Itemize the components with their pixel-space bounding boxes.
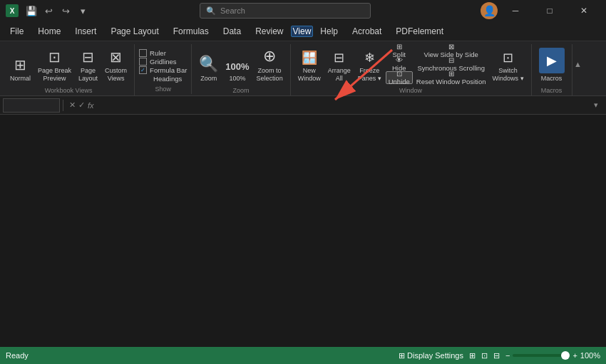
- headings-row: Headings: [153, 75, 187, 83]
- title-bar-left: X 💾 ↩ ↪ ▾: [6, 4, 90, 18]
- ribbon-btn-new-window[interactable]: 🪟 NewWindow: [295, 44, 324, 84]
- title-bar: X 💾 ↩ ↪ ▾ 🔍 Search 👤 ─ □ ✕: [0, 0, 606, 21]
- ribbon-group-show: Ruler Gridlines ✓ Formula Bar Headings S…: [135, 44, 192, 94]
- window-label: Window: [399, 87, 422, 94]
- undo-tool[interactable]: ↩: [41, 4, 56, 18]
- ribbon-btn-arrange-all[interactable]: ⊟ ArrangeAll: [325, 44, 354, 84]
- status-bar: Ready ⊞ Display Settings ⊞ ⊡ ⊟ − + 100%: [0, 347, 606, 364]
- close-button[interactable]: ✕: [568, 0, 600, 21]
- display-settings-icon: ⊞: [399, 351, 405, 360]
- redo-tool[interactable]: ↪: [58, 4, 73, 18]
- name-box[interactable]: [3, 98, 60, 113]
- ribbon-btn-switch-windows[interactable]: ⊡ SwitchWindows ▾: [490, 44, 527, 84]
- macros-label: Macros: [541, 87, 563, 94]
- macros-icon: ▶: [539, 48, 565, 73]
- ribbon-btn-zoom-100[interactable]: 100% 100%: [222, 44, 252, 84]
- ribbon-btn-macros[interactable]: ▶ Macros: [536, 44, 568, 84]
- ruler-label: Ruler: [150, 49, 166, 57]
- ribbon-btn-custom-views[interactable]: ⊠ CustomViews: [102, 44, 130, 84]
- maximize-button[interactable]: □: [533, 0, 566, 21]
- reset-window-icon: ⊞: [448, 70, 454, 78]
- view-normal-icon[interactable]: ⊞: [469, 351, 476, 360]
- headings-label: Headings: [153, 75, 182, 83]
- formulabar-row: ✓ Formula Bar: [139, 66, 187, 74]
- unhide-window-icon: ⊡: [396, 70, 402, 78]
- menu-help[interactable]: Help: [313, 24, 345, 39]
- new-window-icon: 🪟: [302, 50, 317, 66]
- hide-icon: 👁: [396, 56, 403, 64]
- unhide-label: Unhide: [389, 78, 410, 85]
- menu-insert[interactable]: Insert: [68, 24, 103, 39]
- zoom-percent: 100%: [580, 351, 600, 360]
- menu-data[interactable]: Data: [216, 24, 248, 39]
- zoom-100-icon: 100%: [225, 61, 249, 72]
- ribbon-group-window: 🪟 NewWindow ⊟ ArrangeAll ❄ FreezePanes ▾…: [291, 44, 532, 95]
- view-page-layout-icon[interactable]: ⊟: [493, 351, 500, 360]
- ribbon-btn-zoom-selection[interactable]: ⊕ Zoom toSelection: [254, 44, 286, 84]
- ribbon-btn-freeze-panes[interactable]: ❄ FreezePanes ▾: [355, 44, 384, 84]
- sync-scroll-icon: ⊟: [448, 56, 454, 64]
- formula-confirm[interactable]: ✓: [78, 100, 85, 110]
- gridlines-checkbox[interactable]: [139, 58, 147, 66]
- menu-bar: File Home Insert Page Layout Formulas Da…: [0, 21, 606, 41]
- user-avatar[interactable]: 👤: [481, 2, 498, 19]
- ready-status: Ready: [6, 351, 29, 360]
- excel-icon: X: [6, 4, 19, 17]
- ribbon-btn-view-side[interactable]: ⊠ View Side by Side: [414, 44, 488, 57]
- zoom-in-button[interactable]: +: [572, 351, 577, 360]
- zoom-label: Zoom: [232, 87, 249, 94]
- display-settings[interactable]: ⊞ Display Settings: [399, 351, 463, 360]
- menu-pdelement[interactable]: PDFelement: [389, 24, 451, 39]
- ribbon-group-macros: ▶ Macros Macros: [532, 44, 572, 95]
- formula-input[interactable]: [97, 98, 589, 113]
- ruler-row: Ruler: [139, 49, 187, 57]
- ribbon-btn-page-break[interactable]: ⊡ Page BreakPreview: [35, 44, 74, 84]
- search-box[interactable]: 🔍 Search: [200, 3, 371, 19]
- ribbon-btn-hide[interactable]: 👁 Hide: [386, 58, 413, 71]
- zoom-slider[interactable]: [513, 354, 570, 357]
- formula-expand-button[interactable]: ▾: [589, 98, 603, 113]
- ribbon-btn-unhide[interactable]: ⊡ Unhide: [386, 71, 413, 84]
- ribbon-btn-page-layout[interactable]: ⊟ PageLayout: [76, 44, 101, 84]
- ribbon: ⊞ Normal ⊡ Page BreakPreview ⊟ PageLayou…: [0, 41, 606, 96]
- page-break-icon: ⊡: [48, 48, 61, 66]
- menu-home[interactable]: Home: [31, 24, 68, 39]
- ribbon-btn-sync-scroll[interactable]: ⊟ Synchronous Scrolling: [414, 58, 488, 71]
- formulabar-checkbox[interactable]: ✓: [139, 66, 147, 74]
- page-layout-icon: ⊟: [82, 48, 94, 66]
- menu-file[interactable]: File: [3, 24, 31, 39]
- view-page-break-icon[interactable]: ⊡: [481, 351, 488, 360]
- ribbon-group-zoom: 🔍 Zoom 100% 100% ⊕ Zoom toSelection Zoom: [192, 44, 290, 95]
- view-side-icon: ⊠: [448, 43, 454, 51]
- normal-icon: ⊞: [14, 56, 26, 73]
- ribbon-btn-reset-window[interactable]: ⊞ Reset Window Position: [414, 71, 488, 84]
- save-tool[interactable]: 💾: [24, 4, 38, 18]
- ribbon-btn-normal[interactable]: ⊞ Normal: [7, 44, 34, 84]
- gridlines-label: Gridlines: [150, 58, 177, 66]
- menu-acrobat[interactable]: Acrobat: [345, 24, 389, 39]
- menu-page-layout[interactable]: Page Layout: [103, 24, 165, 39]
- formula-controls: ✕ ✓ fx: [66, 100, 97, 110]
- ribbon-btn-split[interactable]: ⊞ Split: [386, 44, 413, 57]
- menu-view[interactable]: View: [291, 26, 314, 37]
- ribbon-collapse-button[interactable]: ▲: [572, 44, 584, 84]
- function-icon[interactable]: fx: [88, 101, 94, 110]
- arrange-all-icon: ⊟: [334, 50, 344, 66]
- zoom-icon: 🔍: [199, 55, 218, 73]
- ribbon-btn-zoom[interactable]: 🔍 Zoom: [196, 44, 221, 84]
- freeze-panes-icon: ❄: [364, 50, 375, 66]
- workbook-views-label: Workbook Views: [45, 87, 93, 94]
- minimize-button[interactable]: ─: [499, 0, 532, 21]
- zoom-out-button[interactable]: −: [505, 351, 510, 360]
- zoom-controls: − + 100%: [505, 351, 600, 360]
- menu-review[interactable]: Review: [248, 24, 290, 39]
- ribbon-group-workbook-views: ⊞ Normal ⊡ Page BreakPreview ⊟ PageLayou…: [3, 44, 135, 95]
- more-tools[interactable]: ▾: [76, 4, 90, 18]
- ruler-checkbox[interactable]: [139, 49, 147, 57]
- window-stacked-group: ⊞ Split 👁 Hide ⊡ Unhide: [386, 44, 413, 84]
- display-settings-label: Display Settings: [407, 351, 463, 360]
- gridlines-row: Gridlines: [139, 58, 187, 66]
- formula-cancel[interactable]: ✕: [69, 100, 76, 110]
- formula-bar: ✕ ✓ fx ▾: [0, 96, 606, 115]
- menu-formulas[interactable]: Formulas: [166, 24, 216, 39]
